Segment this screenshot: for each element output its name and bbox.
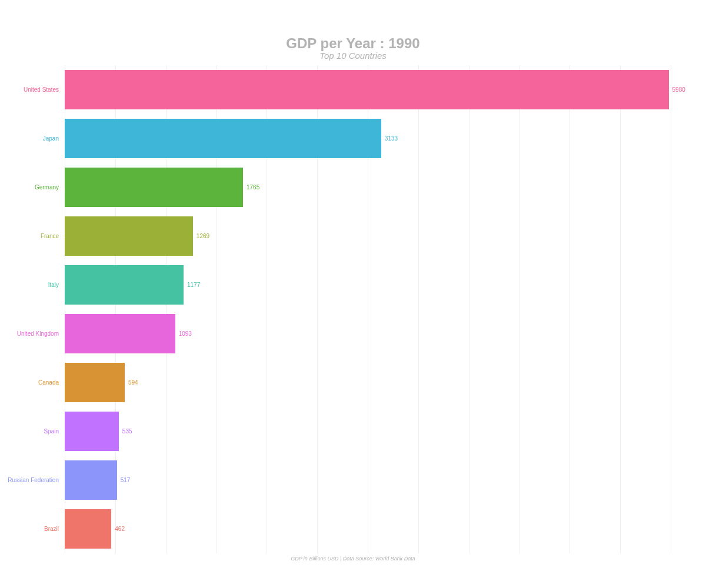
bar: 517 (65, 460, 117, 499)
chart-subtitle: Top 10 Countries (35, 51, 671, 61)
chart-container: GDP per Year : 1990 Top 10 Countries Uni… (0, 0, 706, 588)
category-label: Russian Federation (8, 477, 65, 483)
bar: 594 (65, 363, 125, 402)
bar-value-label: 517 (117, 477, 131, 483)
bar-value-label: 462 (111, 526, 125, 532)
category-label: Spain (44, 428, 65, 435)
category-label: Brazil (44, 526, 65, 532)
bar-row: Brazil462 (65, 509, 671, 548)
bar: 1177 (65, 265, 184, 304)
category-label: France (41, 233, 65, 239)
bar-value-label: 1177 (184, 282, 200, 288)
bar: 3133 (65, 119, 381, 158)
bar-row: United States5980 (65, 70, 671, 109)
bar-row: France1269 (65, 216, 671, 255)
category-label: Germany (35, 184, 65, 191)
bar-value-label: 1093 (175, 330, 192, 337)
bar-row: United Kingdom1093 (65, 314, 671, 353)
bar-value-label: 535 (119, 428, 132, 435)
bar-row: Canada594 (65, 363, 671, 402)
bar-value-label: 1269 (193, 233, 209, 239)
bar: 1269 (65, 216, 193, 255)
bar-value-label: 1765 (243, 184, 259, 191)
bar-row: Germany1765 (65, 168, 671, 206)
chart-footer: GDP in Billions USD | Data Source: World… (35, 556, 671, 562)
category-label: United States (24, 86, 65, 93)
bar-value-label: 594 (125, 379, 138, 386)
bar-row: Spain535 (65, 412, 671, 450)
bar-row: Italy1177 (65, 265, 671, 304)
bar-row: Japan3133 (65, 119, 671, 158)
bar: 462 (65, 509, 111, 548)
bar: 5980 (65, 70, 669, 109)
category-label: Japan (43, 135, 65, 142)
category-label: United Kingdom (17, 330, 65, 337)
category-label: Canada (38, 379, 65, 386)
grid-line (671, 65, 671, 553)
bars-layer: United States5980Japan3133Germany1765Fra… (65, 65, 671, 553)
bar-value-label: 3133 (381, 135, 398, 142)
bar-row: Russian Federation517 (65, 460, 671, 499)
bar: 1093 (65, 314, 175, 353)
bar-value-label: 5980 (669, 86, 685, 93)
chart-title: GDP per Year : 1990 (35, 35, 671, 52)
plot-area: United States5980Japan3133Germany1765Fra… (65, 65, 671, 553)
category-label: Italy (48, 282, 65, 288)
bar: 1765 (65, 168, 243, 206)
bar: 535 (65, 412, 119, 450)
